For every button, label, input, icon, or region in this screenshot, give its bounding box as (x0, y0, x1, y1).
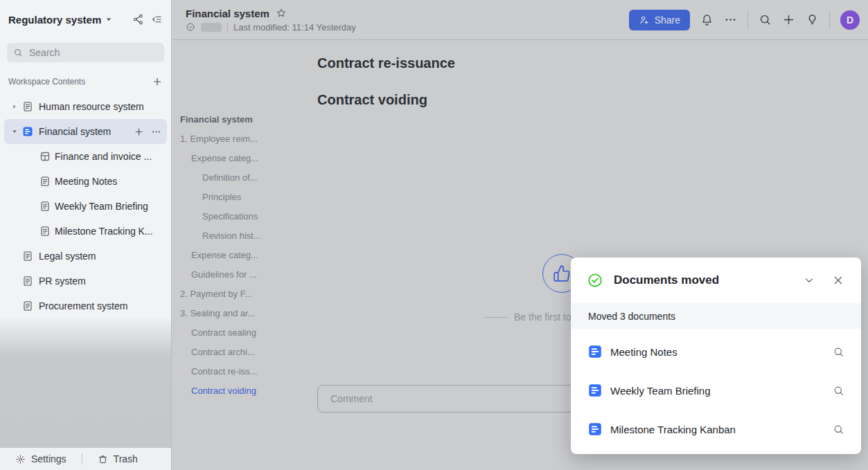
avatar[interactable]: D (840, 10, 860, 30)
sidebar-item-weekly-team-briefing[interactable]: Weekly Team Briefing (4, 194, 167, 219)
sidebar-item-label: Weekly Team Briefing (55, 201, 167, 212)
sidebar-footer: Settings Trash (0, 447, 171, 470)
workspace-tree: Human resource system Financial system (0, 94, 171, 318)
search-icon[interactable] (759, 13, 772, 26)
add-content-icon[interactable] (152, 76, 163, 87)
sidebar-item-pr-system[interactable]: PR system (4, 269, 167, 293)
close-icon[interactable] (829, 271, 847, 289)
hint-divider-line (484, 317, 508, 318)
list-item[interactable]: Milestone Tracking Kanban (571, 410, 861, 449)
workspace-switcher[interactable]: Regulatory system (8, 14, 112, 26)
collapse-panel-icon[interactable] (800, 271, 818, 289)
sidebar-item-label: Meeting Notes (55, 176, 167, 187)
toc-item[interactable]: Financial system (180, 110, 298, 129)
lightbulb-icon[interactable] (806, 13, 819, 26)
topbar-divider (747, 11, 748, 29)
sidebar-empty-area (0, 318, 171, 447)
document-name: Weekly Team Briefing (610, 385, 833, 397)
toc-item[interactable]: Revision hist... (180, 226, 298, 246)
toc-item[interactable]: Definition of... (180, 168, 298, 188)
sidebar-item-human-resource-system[interactable]: Human resource system (4, 94, 167, 119)
sidebar-item-label: Human resource system (39, 101, 167, 112)
locate-document-icon[interactable] (833, 346, 844, 358)
toc-item[interactable]: 2. Payment by F... (180, 284, 298, 304)
chevron-down-icon (105, 16, 112, 23)
collapse-sidebar-icon[interactable] (150, 13, 163, 26)
locate-document-icon[interactable] (833, 424, 844, 435)
sidebar-item-legal-system[interactable]: Legal system (4, 244, 167, 269)
star-icon[interactable] (276, 8, 287, 19)
footer-divider (82, 453, 82, 464)
like-hint-text: Be the first to (514, 311, 571, 323)
workspace-title: Regulatory system (8, 14, 101, 26)
toc-item[interactable]: Expense categ... (180, 246, 298, 265)
caret-down-icon[interactable] (10, 128, 19, 135)
success-check-icon (587, 273, 603, 288)
bell-icon[interactable] (700, 13, 714, 26)
sidebar-item-label: Financial system (39, 126, 134, 137)
more-options-icon[interactable] (151, 127, 161, 137)
saved-check-icon (186, 22, 195, 32)
thumbs-up-icon (553, 264, 571, 282)
share-button[interactable]: Share (629, 10, 690, 30)
toc-item[interactable]: 1. Employee reim... (180, 129, 298, 149)
more-options-icon[interactable] (724, 13, 737, 26)
sidebar-item-financial-system[interactable]: Financial system (4, 119, 167, 144)
doc-heading: Contract re-issuance (317, 55, 455, 71)
sidebar-item-label: PR system (39, 275, 167, 287)
person-plus-icon (639, 15, 650, 26)
toc-item[interactable]: 3. Sealing and ar... (180, 304, 298, 323)
avatar-initial: D (847, 15, 853, 26)
document-icon (22, 275, 33, 287)
create-new-icon[interactable] (782, 13, 795, 26)
document-icon-blue (588, 345, 602, 359)
toc-item[interactable]: Contract sealing (180, 323, 298, 343)
toc-item[interactable]: Specifications (180, 207, 298, 226)
settings-label: Settings (31, 453, 67, 464)
sidebar-item-meeting-notes[interactable]: Meeting Notes (4, 169, 167, 194)
caret-right-icon[interactable] (10, 103, 19, 110)
search-icon (13, 48, 23, 57)
list-item[interactable]: Weekly Team Briefing (571, 371, 861, 410)
toc-item-active[interactable]: Contract voiding (180, 381, 298, 401)
toc-item[interactable]: Guidelines for ... (180, 265, 298, 284)
add-page-icon[interactable] (134, 127, 144, 137)
document-icon (22, 300, 33, 311)
sheet-icon (39, 151, 51, 162)
sidebar-item-milestone-tracking[interactable]: Milestone Tracking K... (4, 219, 167, 244)
settings-button[interactable]: Settings (0, 453, 76, 464)
topbar-actions: Share (629, 10, 860, 30)
toc-item[interactable]: Principles (180, 188, 298, 207)
document-icon (39, 201, 51, 212)
trash-label: Trash (114, 453, 138, 464)
row-actions (134, 127, 167, 137)
document-name: Meeting Notes (610, 346, 833, 358)
document-icon (39, 226, 51, 237)
document-icon (39, 176, 51, 187)
sidebar-item-procurement-system[interactable]: Procurement system (4, 293, 167, 318)
toast-summary-text: Moved 3 documents (588, 311, 675, 322)
sidebar-item-finance-and-invoice[interactable]: Finance and invoice ... (4, 144, 167, 169)
search-input[interactable] (28, 46, 158, 59)
locate-document-icon[interactable] (833, 385, 844, 397)
doc-heading: Contract voiding (317, 92, 427, 108)
toast-header: Documents moved (571, 257, 861, 303)
list-item[interactable]: Meeting Notes (571, 332, 861, 371)
toc-item[interactable]: Contract archi... (180, 343, 298, 362)
document-icon-blue (588, 422, 602, 436)
sidebar-item-label: Finance and invoice ... (55, 151, 167, 162)
doc-header: Financial system Last modified: 11:14 Ye… (186, 8, 356, 33)
toc-item[interactable]: Contract re-iss... (180, 362, 298, 381)
gear-icon (15, 454, 26, 464)
topbar: Financial system Last modified: 11:14 Ye… (172, 0, 868, 40)
toc-item[interactable]: Expense categ... (180, 149, 298, 168)
last-modified: Last modified: 11:14 Yesterday (233, 22, 356, 33)
share-nodes-icon[interactable] (132, 13, 145, 26)
share-label: Share (655, 15, 680, 26)
sidebar-search[interactable] (7, 43, 164, 62)
meta-divider (227, 23, 228, 31)
toast-summary: Moved 3 documents (571, 303, 861, 329)
doc-title: Financial system (186, 8, 269, 19)
moved-documents-list: Meeting Notes Weekly Team Briefing (571, 329, 861, 454)
trash-button[interactable]: Trash (88, 453, 148, 464)
